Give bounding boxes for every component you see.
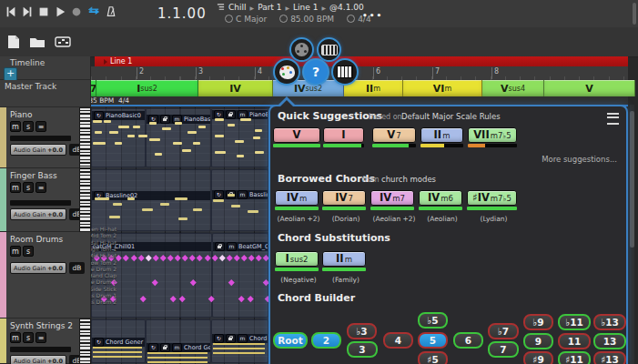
skip-start-icon[interactable] (5, 5, 17, 18)
clip[interactable]: mBeatGM_Ch (212, 233, 268, 318)
piano-button[interactable] (331, 58, 359, 86)
substitution-chord-Isus2[interactable]: Isus2 (275, 251, 319, 267)
builder-note-2[interactable]: 2 (311, 332, 341, 349)
stop-icon[interactable] (37, 5, 50, 18)
panel-menu-icon[interactable] (607, 113, 619, 125)
mute-button[interactable]: m (10, 332, 21, 343)
track-color-strip (0, 107, 6, 167)
folder-icon[interactable] (29, 36, 46, 48)
chord-block[interactable]: Vsus4 (482, 80, 544, 96)
mode-label: (Lydian) (463, 215, 524, 223)
loop-icon[interactable] (86, 5, 101, 18)
builder-note-♭11[interactable]: ♭11 (558, 314, 591, 330)
vertical-scrollbar[interactable] (630, 111, 634, 248)
builder-note-3[interactable]: 3 (347, 341, 378, 358)
builder-note-♭3[interactable]: ♭3 (347, 323, 377, 339)
mute-button[interactable]: m (10, 182, 21, 193)
line-selector[interactable]: Line 1 (95, 56, 628, 66)
record-icon[interactable] (70, 5, 83, 18)
borrowed-chord-IVm6[interactable]: IVm6 (419, 190, 462, 206)
builder-note-♭13[interactable]: ♭13 (593, 314, 626, 330)
metronome-icon[interactable] (105, 5, 117, 18)
chord-block[interactable]: IV (198, 80, 273, 96)
skip-end-icon[interactable] (21, 5, 34, 18)
builder-note-♯9[interactable]: ♯9 (523, 351, 553, 364)
clip[interactable]: ↻Bassline02 (91, 169, 211, 231)
builder-note-13[interactable]: 13 (593, 333, 626, 349)
play-icon[interactable] (54, 5, 66, 18)
more-suggestions-link[interactable]: More suggestions... (542, 155, 617, 164)
borrowed-chord-IV7[interactable]: IV7 (322, 190, 366, 206)
track-menu-button[interactable]: ≡ (35, 332, 46, 343)
builder-note-Root[interactable]: Root (273, 332, 308, 349)
clip[interactable]: ↻PianoBasic0 (91, 108, 146, 167)
builder-note-5[interactable]: 5 (418, 332, 448, 349)
quick-chord-V7[interactable]: V7 (372, 127, 416, 143)
help-button[interactable]: ? (302, 58, 329, 86)
topbar-scrollbar[interactable] (633, 3, 636, 25)
palette-button[interactable] (273, 58, 300, 86)
lock-glyph (218, 246, 221, 248)
solo-button[interactable]: s (23, 332, 34, 343)
add-line-button[interactable]: + (4, 67, 17, 81)
builder-note-6[interactable]: 6 (453, 332, 483, 349)
lock-icon (215, 242, 225, 251)
substitution-chord-IIm[interactable]: IIm (322, 251, 366, 267)
track-content[interactable]: BeatGM_Chill01mBeatGM_Ch (91, 232, 268, 318)
quick-chord-VIIm7♭5[interactable]: VIIm7♭5 (468, 127, 517, 143)
track-content[interactable]: ↻Bassline02↻mBassline0 (91, 168, 268, 232)
track-content[interactable]: ↻PianoBasic0↻mPianoBasic0↻mPianoBas (91, 107, 268, 168)
quick-chord-IIm[interactable]: IIm (420, 127, 463, 143)
bar-ruler[interactable]: 2345678 (91, 66, 628, 81)
breadcrumb-project[interactable]: Chill (228, 3, 247, 12)
strength-fill (323, 144, 361, 147)
audio-gain-slider[interactable]: Audio Gain+0.0 (10, 144, 66, 156)
solo-button[interactable]: s (23, 246, 34, 257)
mute-button[interactable]: m (10, 121, 21, 132)
lock-icon (160, 115, 170, 124)
scale-rules-label[interactable]: Default Major Scale Rules (401, 112, 501, 121)
builder-note-9[interactable]: 9 (523, 333, 553, 349)
clip[interactable]: ↻mChord Ge (211, 319, 268, 363)
track-menu-button[interactable]: ≡ (35, 121, 46, 132)
builder-note-♭5[interactable]: ♭5 (418, 312, 448, 329)
borrowed-chord-IVm7[interactable]: IVm7 (370, 190, 414, 206)
audio-gain-slider[interactable]: Audio Gain+0.0 (10, 355, 66, 364)
track-header-room-drums: Room DrumsmsAudio Gain+0.0dB (0, 232, 91, 318)
more-menu-button[interactable]: ••• (362, 11, 383, 20)
builder-note-4[interactable]: 4 (383, 332, 413, 349)
audio-gain-slider[interactable]: Audio Gain+0.0 (10, 208, 66, 220)
solo-button[interactable]: s (23, 121, 34, 132)
key-indicator[interactable]: C Major (225, 15, 267, 24)
quick-chord-V[interactable]: V (273, 127, 320, 143)
builder-note-♯13[interactable]: ♯13 (593, 351, 626, 364)
chord-block[interactable]: V (544, 80, 635, 96)
track-menu-button[interactable]: ≡ (35, 182, 46, 193)
audio-gain-slider[interactable]: Audio Gain+0.0 (10, 262, 66, 274)
note (162, 127, 171, 130)
builder-note-♯11[interactable]: ♯11 (558, 351, 591, 364)
new-file-icon[interactable] (7, 35, 20, 49)
borrowed-chord-♯IVm7♭5[interactable]: ♯IVm7♭5 (467, 190, 517, 206)
note (198, 126, 206, 128)
tempo-indicator[interactable]: 85.00 BPM (279, 15, 334, 24)
breadcrumb-line[interactable]: Line 1 (293, 3, 318, 12)
quick-chord-I[interactable]: I (323, 127, 364, 143)
clip-label: Chord Gener (184, 344, 210, 351)
church-modes-label[interactable]: church modes (381, 175, 436, 184)
builder-note-♭9[interactable]: ♭9 (523, 314, 553, 330)
builder-note-11[interactable]: 11 (558, 333, 591, 349)
chord-block[interactable]: VIm (403, 80, 482, 96)
builder-note-♯5[interactable]: ♯5 (418, 351, 448, 364)
solo-button[interactable]: s (23, 182, 34, 193)
builder-note-♭7[interactable]: ♭7 (488, 323, 519, 339)
track-content[interactable]: ↻Chord Gener↻mChord Gener↻mChord Ge (91, 318, 268, 364)
phrase-pattern-icon[interactable] (55, 36, 71, 47)
chord-block[interactable]: Isus2 (96, 80, 198, 96)
mute-button[interactable]: m (10, 246, 21, 257)
top-toolbar: 1.1.00 Chill▶ Part 1▶ Line 1▶ @4.1.00 C … (0, 0, 638, 28)
breadcrumb-part[interactable]: Part 1 (258, 3, 281, 12)
builder-note-7[interactable]: 7 (488, 341, 519, 358)
breadcrumb-position[interactable]: @4.1.00 (329, 3, 364, 12)
borrowed-chord-IVm[interactable]: IVm (275, 190, 319, 206)
